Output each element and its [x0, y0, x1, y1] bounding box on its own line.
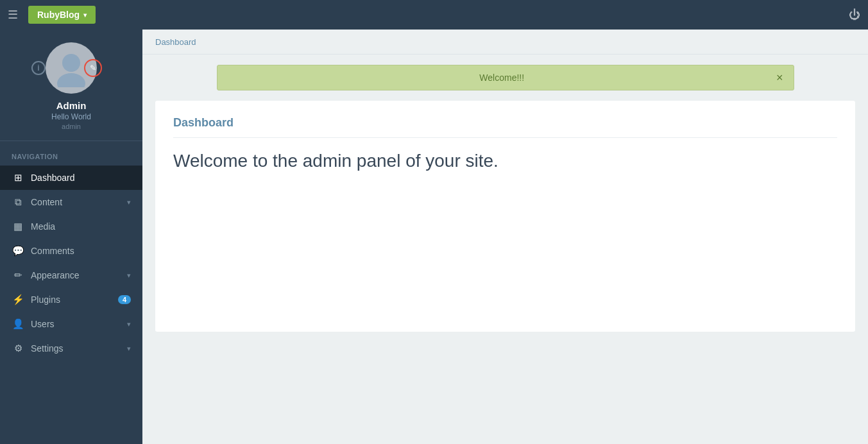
sidebar-item-label: Dashboard [31, 173, 131, 183]
appearance-icon: ✏ [12, 269, 24, 281]
sidebar-item-settings[interactable]: ⚙ Settings ▾ [0, 336, 142, 361]
sidebar-item-dashboard[interactable]: ⊞ Dashboard [0, 166, 142, 190]
content-icon: ⧉ [12, 196, 24, 208]
user-role: admin [62, 123, 81, 130]
plugins-badge: 4 [118, 295, 131, 304]
dashboard-icon: ⊞ [12, 172, 24, 184]
welcome-alert: Welcome!!! × [217, 65, 794, 90]
sidebar-item-appearance[interactable]: ✏ Appearance ▾ [0, 263, 142, 287]
sidebar-item-label: Media [31, 221, 131, 232]
comments-icon: 💬 [12, 245, 24, 257]
content-area: Dashboard Welcome!!! × Dashboard Welcome… [142, 30, 868, 444]
svg-point-0 [62, 54, 80, 72]
info-icon[interactable]: i [31, 61, 46, 75]
sidebar: i ✎ Admin Hello World admin Navigation ⊞… [0, 30, 142, 444]
users-icon: 👤 [12, 318, 24, 330]
user-profile: i ✎ Admin Hello World admin [0, 30, 142, 141]
hamburger-icon[interactable]: ☰ [8, 8, 18, 22]
nav-section: Navigation ⊞ Dashboard ⧉ Content ▾ ▦ Med… [0, 141, 142, 361]
users-caret-icon: ▾ [127, 320, 131, 329]
dashboard-welcome-text: Welcome to the admin panel of your site. [173, 151, 837, 171]
sidebar-item-label: Content [31, 197, 127, 207]
svg-point-1 [57, 73, 85, 87]
alert-close-button[interactable]: × [776, 72, 783, 83]
nav-heading: Navigation [0, 149, 142, 166]
sidebar-item-label: Comments [31, 246, 131, 256]
content-caret-icon: ▾ [127, 198, 131, 207]
breadcrumb: Dashboard [142, 30, 868, 55]
edit-profile-icon[interactable]: ✎ [84, 59, 102, 77]
sidebar-item-comments[interactable]: 💬 Comments [0, 239, 142, 263]
sidebar-item-label: Settings [31, 343, 127, 354]
brand-caret-icon: ▾ [83, 12, 87, 19]
sidebar-item-label: Appearance [31, 270, 127, 280]
topbar-right: ⏻ [849, 8, 860, 22]
settings-icon: ⚙ [12, 343, 24, 354]
power-icon[interactable]: ⏻ [849, 8, 860, 22]
dashboard-card-title: Dashboard [173, 116, 837, 138]
sidebar-item-users[interactable]: 👤 Users ▾ [0, 312, 142, 336]
topbar-left: ☰ RubyBlog ▾ [8, 6, 96, 24]
sidebar-item-plugins[interactable]: ⚡ Plugins 4 [0, 287, 142, 312]
user-site: Hello World [51, 112, 91, 121]
plugins-icon: ⚡ [12, 294, 24, 305]
brand-button[interactable]: RubyBlog ▾ [28, 6, 96, 24]
user-name: Admin [56, 100, 87, 111]
appearance-caret-icon: ▾ [127, 271, 131, 280]
dashboard-card: Dashboard Welcome to the admin panel of … [155, 101, 855, 332]
topbar: ☰ RubyBlog ▾ ⏻ [0, 0, 868, 30]
sidebar-item-content[interactable]: ⧉ Content ▾ [0, 190, 142, 214]
settings-caret-icon: ▾ [127, 345, 131, 353]
sidebar-item-media[interactable]: ▦ Media [0, 214, 142, 239]
alert-text: Welcome!!! [228, 73, 776, 83]
sidebar-item-label: Users [31, 319, 127, 329]
breadcrumb-text: Dashboard [155, 37, 196, 47]
avatar-container: i ✎ [46, 42, 97, 94]
brand-label: RubyBlog [37, 10, 80, 20]
main-layout: i ✎ Admin Hello World admin Navigation ⊞… [0, 30, 868, 444]
sidebar-item-label: Plugins [31, 295, 118, 305]
page-body: Welcome!!! × Dashboard Welcome to the ad… [142, 55, 868, 444]
media-icon: ▦ [12, 221, 24, 232]
